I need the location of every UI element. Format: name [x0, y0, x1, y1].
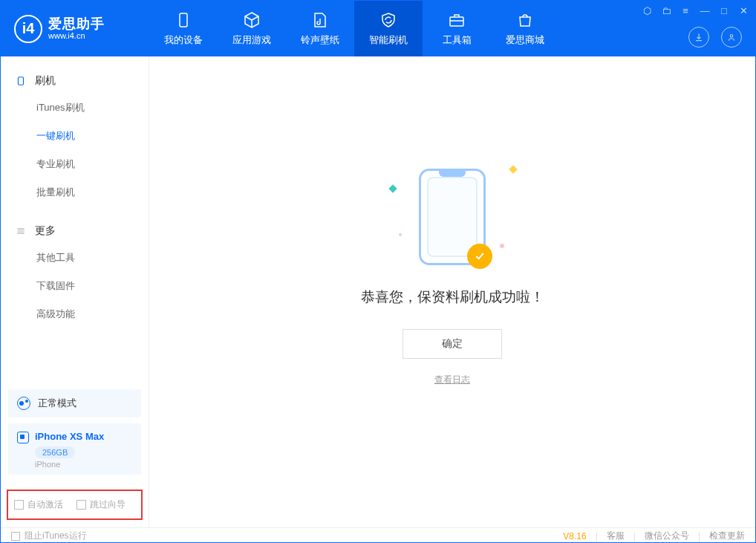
logo-text: 爱思助手 www.i4.cn — [48, 17, 105, 41]
nav-ringtones[interactable]: 铃声壁纸 — [286, 1, 354, 56]
main-content: 恭喜您，保资料刷机成功啦！ 确定 查看日志 — [149, 56, 755, 527]
checkbox-label: 跳过向导 — [90, 498, 126, 511]
options-row: 自动激活 跳过向导 — [7, 490, 143, 520]
logo-url: www.i4.cn — [48, 31, 105, 40]
sidebar: 刷机 iTunes刷机 一键刷机 专业刷机 批量刷机 更多 其他工具 下载固件 … — [1, 56, 149, 527]
nav-label: 我的设备 — [164, 33, 203, 47]
ok-button[interactable]: 确定 — [403, 329, 502, 359]
refresh-shield-icon — [379, 11, 397, 29]
app-header: i4 爱思助手 www.i4.cn 我的设备 应用游戏 铃声壁纸 智能刷机 工具… — [1, 1, 755, 56]
close-icon[interactable]: ✕ — [737, 5, 749, 16]
checkmark-badge-icon — [467, 244, 492, 269]
nav-flash[interactable]: 智能刷机 — [354, 1, 423, 56]
maximize-icon[interactable]: □ — [718, 5, 730, 16]
logo-icon: i4 — [14, 15, 42, 43]
main-nav: 我的设备 应用游戏 铃声壁纸 智能刷机 工具箱 爱思商城 — [149, 1, 559, 56]
nav-toolbox[interactable]: 工具箱 — [423, 1, 491, 56]
device-capacity: 256GB — [35, 446, 75, 458]
mode-label: 正常模式 — [38, 397, 76, 410]
support-link[interactable]: 客服 — [607, 530, 625, 542]
svg-point-2 — [730, 35, 733, 38]
success-message: 恭喜您，保资料刷机成功啦！ — [361, 287, 544, 307]
checkbox-auto-activate[interactable]: 自动激活 — [14, 498, 63, 511]
minimize-icon[interactable]: — — [699, 5, 711, 16]
phone-icon — [14, 74, 27, 88]
sparkle-icon — [388, 184, 397, 192]
list-icon — [14, 224, 27, 238]
sidebar-item-onekey-flash[interactable]: 一键刷机 — [36, 122, 149, 150]
sidebar-item-advanced[interactable]: 高级功能 — [36, 300, 149, 328]
device-name: iPhone XS Max — [35, 431, 104, 442]
nav-label: 应用游戏 — [232, 33, 271, 47]
dot-icon — [500, 244, 504, 248]
shirt-icon[interactable]: ⬡ — [641, 5, 653, 16]
logo-cn: 爱思助手 — [48, 17, 105, 32]
device-block[interactable]: iPhone XS Max 256GB iPhone — [8, 423, 141, 475]
checkbox-box-icon — [14, 500, 24, 510]
phone-illustration — [419, 169, 486, 265]
checkbox-box-icon — [76, 500, 86, 510]
status-bar: 阻止iTunes运行 V8.16 | 客服 | 微信公众号 | 检查更新 — [1, 527, 755, 543]
phone-notch-icon — [439, 171, 466, 177]
version-label: V8.16 — [563, 531, 586, 542]
sidebar-item-pro-flash[interactable]: 专业刷机 — [36, 150, 149, 178]
nav-apps[interactable]: 应用游戏 — [218, 1, 286, 56]
mode-block[interactable]: 正常模式 — [8, 389, 141, 417]
user-icon[interactable] — [721, 27, 742, 48]
wechat-link[interactable]: 微信公众号 — [645, 530, 689, 542]
dot-icon — [399, 233, 402, 236]
logo[interactable]: i4 爱思助手 www.i4.cn — [1, 15, 149, 43]
window-controls: ⬡ 🗀 ≡ — □ ✕ — [641, 5, 749, 16]
nav-label: 铃声壁纸 — [301, 33, 339, 47]
check-update-link[interactable]: 检查更新 — [709, 530, 745, 542]
header-action-icons — [688, 27, 742, 48]
cube-icon — [243, 11, 261, 29]
svg-rect-0 — [180, 13, 187, 27]
briefcase-icon — [448, 11, 466, 29]
device-icon — [175, 11, 192, 29]
sidebar-item-other-tools[interactable]: 其他工具 — [36, 244, 149, 272]
sidebar-item-batch-flash[interactable]: 批量刷机 — [36, 178, 149, 207]
nav-label: 爱思商城 — [506, 33, 544, 47]
section-header-more[interactable]: 更多 — [1, 218, 149, 244]
section-header-flash[interactable]: 刷机 — [1, 68, 149, 94]
section-title: 刷机 — [35, 74, 56, 88]
sidebar-section-more: 更多 其他工具 下载固件 高级功能 — [1, 207, 149, 328]
view-log-link[interactable]: 查看日志 — [434, 374, 470, 386]
music-file-icon — [311, 11, 329, 29]
bag-icon — [516, 11, 534, 29]
checkbox-label: 自动激活 — [27, 498, 63, 511]
nav-label: 工具箱 — [443, 33, 472, 47]
sidebar-item-download-firmware[interactable]: 下载固件 — [36, 272, 149, 300]
sparkle-icon — [509, 165, 517, 173]
download-icon[interactable] — [688, 27, 709, 48]
sidebar-section-flash: 刷机 iTunes刷机 一键刷机 专业刷机 批量刷机 — [1, 56, 149, 207]
section-title: 更多 — [35, 224, 56, 238]
checkbox-box-icon[interactable] — [11, 532, 20, 541]
svg-rect-1 — [450, 17, 463, 26]
lock-icon[interactable]: 🗀 — [660, 5, 672, 16]
block-itunes-label[interactable]: 阻止iTunes运行 — [25, 530, 87, 542]
nav-label: 智能刷机 — [369, 33, 408, 47]
nav-my-device[interactable]: 我的设备 — [149, 1, 218, 56]
mode-icon — [17, 397, 30, 410]
nav-store[interactable]: 爱思商城 — [491, 1, 559, 56]
menu-icon[interactable]: ≡ — [680, 5, 691, 16]
sidebar-item-itunes-flash[interactable]: iTunes刷机 — [36, 94, 149, 122]
device-type: iPhone — [35, 460, 60, 469]
checkbox-skip-guide[interactable]: 跳过向导 — [76, 498, 126, 511]
svg-rect-3 — [19, 77, 24, 85]
